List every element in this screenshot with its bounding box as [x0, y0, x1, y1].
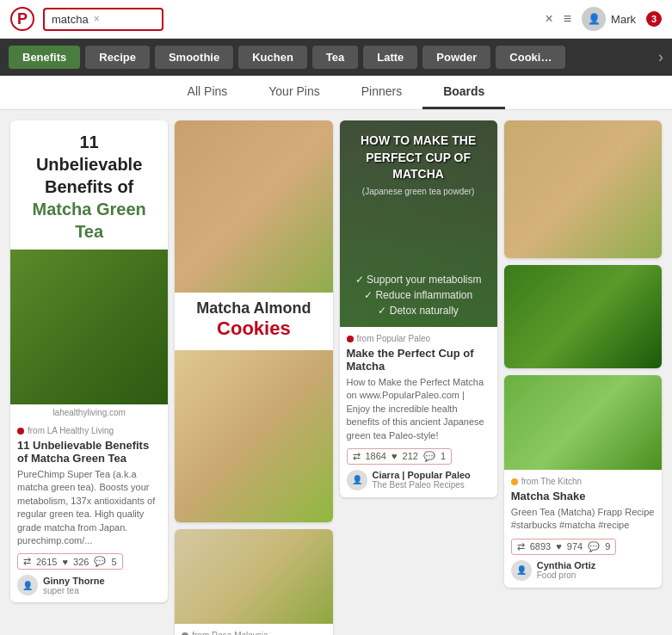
overlay-bullets: ✓ Support your metabolism ✓ Reduce infla…: [355, 272, 482, 318]
comment-icon-4: 💬: [588, 541, 600, 552]
search-bar[interactable]: matcha ×: [43, 8, 163, 31]
filter-smoothie[interactable]: Smoothie: [155, 46, 233, 69]
notification-badge[interactable]: 3: [646, 11, 662, 27]
card-cookies-title2: Cookies: [217, 318, 291, 339]
card-source-1: from LA Healthy Living: [17, 426, 161, 435]
card-username-3: Ciarra | Popular Paleo: [373, 470, 471, 480]
overlay-sub: (Japanese green tea powder): [362, 187, 475, 196]
bullet-1: ✓ Support your metabolism: [355, 272, 482, 287]
card-stats-3: ⇄1864 ♥212 💬1: [347, 448, 453, 465]
card-matcha-powder: [504, 265, 662, 368]
card-site: lahealthyliving.com: [10, 404, 168, 419]
user-name: Mark: [611, 13, 636, 26]
card-shake-desc: Green Tea (Matcha) Frapp Recipe #starbuc…: [511, 506, 655, 533]
card-shake-source: from The Kitchn: [511, 477, 655, 486]
tab-pinners[interactable]: Pinners: [341, 76, 422, 109]
user-menu[interactable]: 👤 Mark: [582, 7, 636, 31]
card-starbucks: [504, 120, 662, 258]
filter-arrow[interactable]: ›: [658, 48, 663, 66]
header: P matcha × × ≡ 👤 Mark 3: [0, 0, 672, 39]
user-avatar: 👤: [582, 7, 606, 31]
repin-icon-4: ⇄: [517, 541, 525, 552]
bullet-2: ✓ Reduce inflammation: [355, 287, 482, 303]
card-stats-4: ⇄6893 ♥974 💬9: [511, 539, 617, 555]
card-user-3: 👤 Ciarra | Popular Paleo The Best Paleo …: [347, 470, 490, 490]
tab-your-pins[interactable]: Your Pins: [248, 76, 340, 109]
card-text-header: 11 Unbelievable Benefits of Matcha Green…: [10, 120, 168, 250]
source-dot-cup: [347, 336, 354, 342]
filter-kuchen[interactable]: Kuchen: [238, 46, 307, 69]
card-stats-1: ⇄2615 ♥326 💬5: [17, 553, 123, 570]
card-user-4: 👤 Cynthia Ortiz Food pron: [511, 560, 655, 581]
repin-icon: ⇄: [23, 556, 31, 567]
card-perfect-cup-title: Make the Perfect Cup of Matcha: [347, 347, 490, 373]
source-dot-latte: [182, 632, 188, 636]
col-4: from The Kitchn Matcha Shake Green Tea (…: [504, 120, 662, 588]
pinterest-logo[interactable]: P: [10, 7, 34, 31]
bullet-3: ✓ Detox naturally: [355, 303, 482, 318]
filter-tea[interactable]: Tea: [312, 46, 358, 69]
header-right: × ≡ 👤 Mark 3: [545, 7, 662, 31]
search-tag-close[interactable]: ×: [94, 13, 100, 25]
col-2: Matcha Almond Cookies from Rasa Malaysia…: [175, 120, 332, 635]
filter-recipe[interactable]: Recipe: [85, 46, 150, 69]
user-avatar-3: 👤: [347, 470, 367, 490]
clear-icon[interactable]: ×: [545, 11, 552, 27]
card-image-starbucks: [504, 120, 662, 258]
source-dot-1: [17, 428, 24, 435]
avatar-icon: 👤: [588, 13, 601, 25]
user-avatar-1: 👤: [17, 575, 38, 595]
card-cookies-title: Matcha Almond Cookies: [182, 299, 325, 340]
filter-latte[interactable]: Latte: [363, 46, 417, 69]
comment-icon: 💬: [94, 556, 106, 567]
card-image-smoothie: [504, 375, 662, 470]
card-perfect-cup: HOW TO MAKE THE PERFECT CUP OF MATCHA (J…: [340, 120, 497, 497]
card-body-1: from LA Healthy Living 11 Unbelievable B…: [10, 419, 168, 602]
options-icon[interactable]: ≡: [564, 11, 571, 27]
col-3: HOW TO MAKE THE PERFECT CUP OF MATCHA (J…: [340, 120, 497, 497]
card-username-1: Ginny Thorne: [43, 576, 105, 586]
like-icon: ♥: [62, 557, 68, 567]
sub-nav: All Pins Your Pins Pinners Boards: [0, 76, 672, 110]
card-perfect-cup-source: from Popular Paleo: [347, 334, 490, 343]
card-image-latte: [175, 529, 332, 624]
card-matcha-benefits: 11 Unbelievable Benefits of Matcha Green…: [10, 120, 168, 602]
repin-icon-3: ⇄: [353, 451, 361, 462]
filter-bar: Benefits Recipe Smoothie Kuchen Tea Latt…: [0, 39, 672, 76]
card-image-matcha-bowl: [10, 250, 168, 404]
card-username-4: Cynthia Ortiz: [537, 560, 595, 570]
pinterest-icon: P: [17, 10, 28, 28]
card-subname-3: The Best Paleo Recipes: [373, 480, 471, 490]
card-user-1: 👤 Ginny Thorne super tea: [17, 575, 161, 595]
col-1: 11 Unbelievable Benefits of Matcha Green…: [10, 120, 168, 602]
user-avatar-4: 👤: [511, 560, 532, 581]
card-cookies: Matcha Almond Cookies: [175, 120, 332, 522]
tab-boards[interactable]: Boards: [422, 76, 505, 109]
filter-benefits[interactable]: Benefits: [9, 46, 80, 69]
card-title-1: 11 Unbelievable Benefits of Matcha Green…: [17, 439, 161, 465]
card-perfect-cup-body: from Popular Paleo Make the Perfect Cup …: [340, 327, 497, 497]
filter-cookies[interactable]: Cooki…: [496, 46, 565, 69]
tab-all-pins[interactable]: All Pins: [167, 76, 249, 109]
card-subname-1: super tea: [43, 586, 105, 595]
card-shake-body: from The Kitchn Matcha Shake Green Tea (…: [504, 470, 662, 588]
card-latte-body: from Rasa Malaysia Matcha Cookies with A…: [175, 624, 332, 635]
card-subname-4: Food pron: [537, 570, 595, 580]
card-latte-source: from Rasa Malaysia: [182, 631, 325, 635]
source-dot-shake: [511, 478, 518, 485]
card-desc-1: PureChimp Super Tea (a.k.a matcha green …: [17, 468, 161, 547]
card-latte: from Rasa Malaysia Matcha Cookies with A…: [175, 529, 332, 635]
like-icon-4: ♥: [556, 541, 562, 552]
filter-powder[interactable]: Powder: [422, 46, 490, 69]
card-matcha-shake: from The Kitchn Matcha Shake Green Tea (…: [504, 375, 662, 588]
comment-icon-3: 💬: [423, 451, 435, 462]
card-image-powder: [504, 265, 662, 368]
like-icon-3: ♥: [391, 451, 398, 461]
card-cookies-body: Matcha Almond Cookies: [175, 293, 332, 350]
card-perfect-cup-desc: How to Make the Perfect Matcha on www.Po…: [347, 376, 490, 442]
search-tag: matcha: [52, 13, 89, 26]
overlay-title: HOW TO MAKE THE PERFECT CUP OF MATCHA: [352, 133, 485, 183]
card-overlay-image: HOW TO MAKE THE PERFECT CUP OF MATCHA (J…: [340, 120, 497, 327]
card-image-cookies2: [175, 350, 332, 522]
masonry-grid: 11 Unbelievable Benefits of Matcha Green…: [0, 110, 672, 635]
